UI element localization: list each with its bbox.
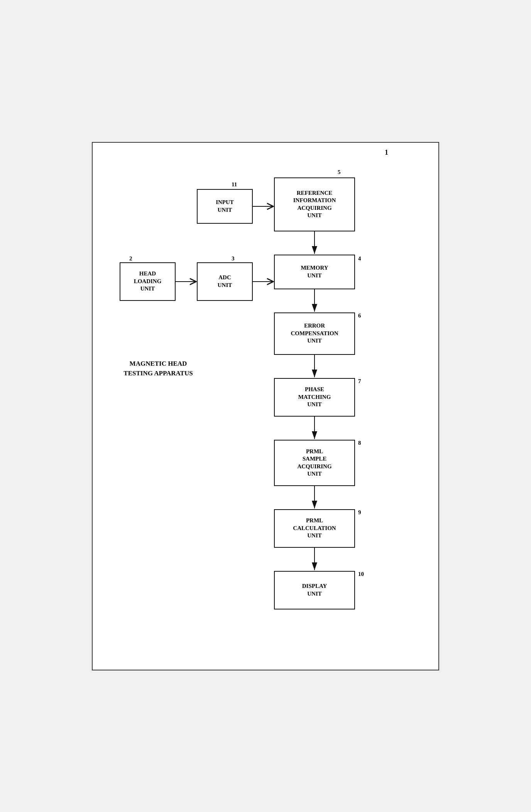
head-loading-unit-box: HEADLOADINGUNIT (120, 262, 176, 301)
main-page: 1 INPUTUNIT 11 REFERENCEINFORMATIONACQUI… (92, 142, 439, 670)
ref-6: 6 (358, 312, 361, 319)
ref-9: 9 (358, 509, 361, 516)
reference-unit-box: REFERENCEINFORMATIONACQUIRINGUNIT (274, 177, 355, 231)
diagram-area: 1 INPUTUNIT 11 REFERENCEINFORMATIONACQUI… (108, 158, 423, 654)
display-unit-box: DISPLAYUNIT (274, 571, 355, 609)
ref-1-label: 1 (385, 149, 388, 157)
prml-calculation-unit-box: PRMLCALCULATIONUNIT (274, 509, 355, 548)
ref-10: 10 (358, 571, 364, 577)
error-compensation-unit-box: ERRORCOMPENSATIONUNIT (274, 312, 355, 355)
ref-5: 5 (338, 169, 341, 176)
ref-11: 11 (232, 181, 237, 188)
ref-8: 8 (358, 440, 361, 446)
apparatus-label: MAGNETIC HEADTESTING APPARATUS (120, 359, 197, 378)
arrows-overlay (108, 158, 423, 654)
adc-unit-box: ADCUNIT (197, 262, 253, 301)
phase-matching-unit-box: PHASEMATCHINGUNIT (274, 378, 355, 417)
memory-unit-box: MEMORYUNIT (274, 255, 355, 289)
ref-7: 7 (358, 378, 361, 385)
ref-3: 3 (232, 255, 235, 262)
input-unit-box: INPUTUNIT (197, 189, 253, 224)
ref-4: 4 (358, 255, 361, 262)
ref-2: 2 (129, 255, 132, 262)
prml-sample-unit-box: PRMLSAMPLEACQUIRINGUNIT (274, 440, 355, 486)
